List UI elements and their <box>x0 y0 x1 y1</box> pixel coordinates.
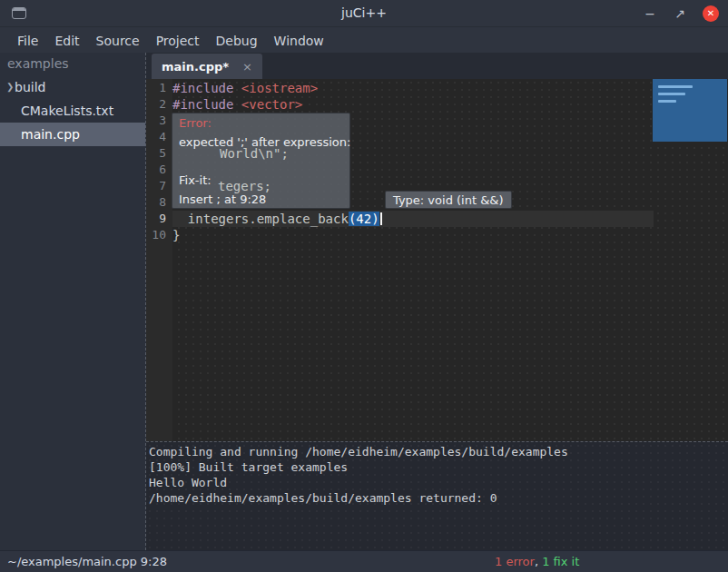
tooltip-fixit-text: Insert ; at 9:28 <box>179 192 266 206</box>
status-file-location: ~/examples/main.cpp 9:28 <box>0 555 167 568</box>
terminal-output[interactable]: Compiling and running /home/eidheim/exam… <box>146 441 728 550</box>
menu-source[interactable]: Source <box>88 31 148 51</box>
code-line-9-current[interactable]: integers.emplace_back(42) <box>172 211 654 227</box>
code-token-brace: } <box>172 228 180 242</box>
line-number: 1 <box>146 80 172 96</box>
window-controls: − ↗ ✕ <box>643 0 719 27</box>
tabbar: main.cpp* × <box>146 53 728 79</box>
tree-item-label: build <box>14 75 45 99</box>
line-number: 4 <box>146 129 172 145</box>
file-tree-panel: examples ❯ build CMakeLists.txt main.cpp <box>0 53 146 550</box>
window-title: juCi++ <box>0 5 728 20</box>
tooltip-error-label: Error: <box>179 116 212 130</box>
code-token-call: integers.emplace_back <box>172 212 349 226</box>
code-token-header: <vector> <box>241 97 302 112</box>
code-line-2[interactable]: #include <vector> <box>172 96 728 113</box>
line-number: 8 <box>146 194 172 211</box>
terminal-line: /home/eidheim/examples/build/examples re… <box>149 490 728 506</box>
line-number: 9 <box>146 211 172 227</box>
tree-item-label: CMakeLists.txt <box>0 99 113 123</box>
line-number: 10 <box>146 227 172 243</box>
chevron-right-icon[interactable]: ❯ <box>0 75 14 99</box>
minimize-button[interactable]: − <box>643 6 657 21</box>
diagnostic-tooltip: Error: expected ';' after expression: Fi… <box>172 113 350 209</box>
code-fragment-identifier: tegers; <box>218 179 271 193</box>
titlebar: juCi++ − ↗ ✕ <box>0 0 728 27</box>
close-button[interactable]: ✕ <box>703 5 719 22</box>
status-separator: , <box>535 555 542 568</box>
tree-item-cmakelists[interactable]: CMakeLists.txt <box>0 99 145 123</box>
tree-item-label: main.cpp <box>0 123 80 146</box>
status-error-count: 1 error <box>495 555 535 568</box>
menu-edit[interactable]: Edit <box>46 31 87 51</box>
line-number: 3 <box>146 113 172 129</box>
line-number-gutter: 1 2 3 4 5 6 7 8 9 10 <box>146 79 172 441</box>
terminal-line: Compiling and running /home/eidheim/exam… <box>149 444 728 459</box>
code-fragment-string: World\n"; <box>220 146 289 161</box>
menu-window[interactable]: Window <box>266 31 332 51</box>
status-diagnostics: 1 error, 1 fix it <box>495 555 579 568</box>
line-number: 2 <box>146 96 172 113</box>
overview-text-line <box>658 93 685 95</box>
text-cursor <box>380 212 382 225</box>
restore-button[interactable]: ↗ <box>673 6 687 21</box>
code-selection: (42) <box>349 212 379 226</box>
code-line-1[interactable]: #include <iostream> <box>172 80 728 96</box>
code-token-keyword: #include <box>172 97 241 112</box>
statusbar: ~/examples/main.cpp 9:28 1 error, 1 fix … <box>0 550 728 572</box>
editor-panel: main.cpp* × 1 2 3 4 5 6 7 8 9 10 #includ… <box>146 53 728 550</box>
line-number: 7 <box>146 178 172 194</box>
menu-file[interactable]: File <box>9 31 46 51</box>
overview-text-line <box>658 100 676 103</box>
tree-item-main-cpp[interactable]: main.cpp <box>0 123 145 146</box>
terminal-line: Hello World <box>149 475 728 490</box>
code-editor[interactable]: 1 2 3 4 5 6 7 8 9 10 #include <iostream>… <box>146 79 728 441</box>
status-fixit-count: 1 fix it <box>542 555 579 568</box>
line-number: 6 <box>146 162 172 178</box>
tab-close-icon[interactable]: × <box>242 60 252 74</box>
code-line-10[interactable]: } <box>172 227 728 243</box>
menu-debug[interactable]: Debug <box>208 31 266 51</box>
overview-text-line <box>658 85 693 88</box>
code-line-5[interactable]: World\n"; <box>172 145 728 162</box>
line-number: 5 <box>146 145 172 162</box>
project-name: examples <box>0 53 145 75</box>
tab-main-cpp[interactable]: main.cpp* × <box>152 54 262 79</box>
code-token-keyword: #include <box>172 81 241 95</box>
type-info-tooltip: Type: void (int &&) <box>385 191 512 209</box>
menubar: File Edit Source Project Debug Window <box>0 28 728 53</box>
menu-project[interactable]: Project <box>148 31 208 51</box>
tab-label: main.cpp* <box>162 60 229 74</box>
terminal-line: [100%] Built target examples <box>149 459 728 475</box>
tree-item-build[interactable]: ❯ build <box>0 75 145 99</box>
overview-popup <box>653 79 727 142</box>
tooltip-fixit-label: Fix-it: <box>179 173 212 187</box>
code-token-header: <iostream> <box>241 81 318 95</box>
